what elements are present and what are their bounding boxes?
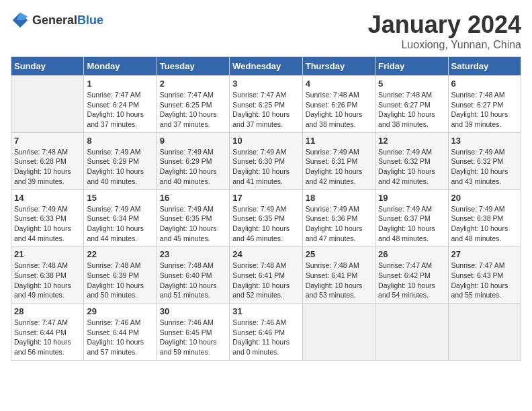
day-info: Sunrise: 7:49 AMSunset: 6:38 PMDaylight:… (451, 204, 518, 244)
day-number: 26 (378, 249, 445, 259)
day-number: 6 (451, 79, 518, 89)
day-info: Sunrise: 7:48 AMSunset: 6:26 PMDaylight:… (306, 90, 372, 130)
calendar-cell: 23Sunrise: 7:48 AMSunset: 6:40 PMDayligh… (157, 246, 229, 304)
calendar-cell (375, 304, 448, 361)
calendar-cell: 11Sunrise: 7:49 AMSunset: 6:31 PMDayligh… (302, 132, 375, 189)
calendar-cell: 24Sunrise: 7:48 AMSunset: 6:41 PMDayligh… (230, 246, 302, 304)
day-info: Sunrise: 7:47 AMSunset: 6:44 PMDaylight:… (14, 318, 81, 357)
calendar-cell: 30Sunrise: 7:46 AMSunset: 6:45 PMDayligh… (157, 304, 229, 361)
day-number: 28 (14, 306, 81, 316)
header-day-tuesday: Tuesday (157, 57, 229, 76)
calendar-cell: 13Sunrise: 7:49 AMSunset: 6:32 PMDayligh… (448, 132, 521, 189)
location-subtitle: Luoxiong, Yunnan, China (368, 39, 521, 51)
day-number: 14 (14, 193, 81, 203)
logo-general: General (32, 13, 77, 27)
logo-icon (11, 11, 30, 30)
day-info: Sunrise: 7:47 AMSunset: 6:24 PMDaylight:… (87, 90, 153, 130)
calendar-cell: 20Sunrise: 7:49 AMSunset: 6:38 PMDayligh… (448, 189, 521, 246)
day-info: Sunrise: 7:47 AMSunset: 6:25 PMDaylight:… (232, 90, 299, 130)
day-number: 1 (87, 79, 153, 89)
calendar-cell: 2Sunrise: 7:47 AMSunset: 6:25 PMDaylight… (157, 76, 229, 133)
day-info: Sunrise: 7:47 AMSunset: 6:43 PMDaylight:… (451, 261, 518, 300)
calendar-table: SundayMondayTuesdayWednesdayThursdayFrid… (11, 56, 521, 361)
title-area: January 2024 Luoxiong, Yunnan, China (368, 11, 521, 51)
calendar-cell (302, 304, 375, 361)
day-info: Sunrise: 7:49 AMSunset: 6:29 PMDaylight:… (160, 147, 226, 187)
day-info: Sunrise: 7:47 AMSunset: 6:42 PMDaylight:… (378, 261, 445, 300)
header-day-monday: Monday (84, 57, 157, 76)
calendar-cell: 15Sunrise: 7:49 AMSunset: 6:34 PMDayligh… (84, 189, 157, 246)
day-info: Sunrise: 7:49 AMSunset: 6:35 PMDaylight:… (232, 204, 299, 244)
day-number: 24 (232, 249, 299, 259)
day-info: Sunrise: 7:48 AMSunset: 6:41 PMDaylight:… (232, 261, 299, 300)
day-number: 16 (160, 193, 226, 203)
calendar-cell: 18Sunrise: 7:49 AMSunset: 6:36 PMDayligh… (302, 189, 375, 246)
day-info: Sunrise: 7:49 AMSunset: 6:34 PMDaylight:… (87, 204, 153, 244)
logo: GeneralBlue (11, 11, 103, 30)
header-day-friday: Friday (375, 57, 448, 76)
calendar-cell: 28Sunrise: 7:47 AMSunset: 6:44 PMDayligh… (11, 304, 84, 361)
calendar-cell: 10Sunrise: 7:49 AMSunset: 6:30 PMDayligh… (230, 132, 302, 189)
calendar-week-row: 21Sunrise: 7:48 AMSunset: 6:38 PMDayligh… (11, 246, 521, 304)
day-number: 15 (87, 193, 153, 203)
day-number: 18 (306, 193, 372, 203)
calendar-cell: 16Sunrise: 7:49 AMSunset: 6:35 PMDayligh… (157, 189, 229, 246)
day-number: 4 (306, 79, 372, 89)
day-number: 20 (451, 193, 518, 203)
calendar-cell: 5Sunrise: 7:48 AMSunset: 6:27 PMDaylight… (375, 76, 448, 133)
calendar-cell: 4Sunrise: 7:48 AMSunset: 6:26 PMDaylight… (302, 76, 375, 133)
calendar-cell: 22Sunrise: 7:48 AMSunset: 6:39 PMDayligh… (84, 246, 157, 304)
day-info: Sunrise: 7:49 AMSunset: 6:37 PMDaylight:… (378, 204, 445, 244)
calendar-cell: 12Sunrise: 7:49 AMSunset: 6:32 PMDayligh… (375, 132, 448, 189)
calendar-cell: 3Sunrise: 7:47 AMSunset: 6:25 PMDaylight… (230, 76, 302, 133)
day-number: 23 (160, 249, 226, 259)
day-number: 21 (14, 249, 81, 259)
day-number: 3 (232, 79, 299, 89)
day-info: Sunrise: 7:48 AMSunset: 6:40 PMDaylight:… (160, 261, 226, 300)
day-number: 25 (306, 249, 372, 259)
calendar-cell (11, 76, 84, 133)
day-number: 19 (378, 193, 445, 203)
calendar-cell: 27Sunrise: 7:47 AMSunset: 6:43 PMDayligh… (448, 246, 521, 304)
day-info: Sunrise: 7:47 AMSunset: 6:25 PMDaylight:… (160, 90, 226, 130)
calendar-cell: 21Sunrise: 7:48 AMSunset: 6:38 PMDayligh… (11, 246, 84, 304)
day-number: 17 (232, 193, 299, 203)
month-year-title: January 2024 (368, 11, 521, 39)
day-info: Sunrise: 7:48 AMSunset: 6:27 PMDaylight:… (378, 90, 445, 130)
header-day-sunday: Sunday (11, 57, 84, 76)
day-number: 7 (14, 136, 81, 146)
day-number: 12 (378, 136, 445, 146)
day-number: 30 (160, 306, 226, 316)
calendar-week-row: 28Sunrise: 7:47 AMSunset: 6:44 PMDayligh… (11, 304, 521, 361)
calendar-cell: 29Sunrise: 7:46 AMSunset: 6:44 PMDayligh… (84, 304, 157, 361)
calendar-cell: 8Sunrise: 7:49 AMSunset: 6:29 PMDaylight… (84, 132, 157, 189)
day-info: Sunrise: 7:46 AMSunset: 6:46 PMDaylight:… (232, 318, 299, 357)
day-number: 2 (160, 79, 226, 89)
calendar-cell: 6Sunrise: 7:48 AMSunset: 6:27 PMDaylight… (448, 76, 521, 133)
header-day-saturday: Saturday (448, 57, 521, 76)
calendar-week-row: 14Sunrise: 7:49 AMSunset: 6:33 PMDayligh… (11, 189, 521, 246)
day-number: 5 (378, 79, 445, 89)
day-info: Sunrise: 7:48 AMSunset: 6:39 PMDaylight:… (87, 261, 153, 300)
day-info: Sunrise: 7:46 AMSunset: 6:44 PMDaylight:… (87, 318, 153, 357)
day-info: Sunrise: 7:49 AMSunset: 6:32 PMDaylight:… (378, 147, 445, 187)
day-info: Sunrise: 7:49 AMSunset: 6:33 PMDaylight:… (14, 204, 81, 244)
calendar-cell: 1Sunrise: 7:47 AMSunset: 6:24 PMDaylight… (84, 76, 157, 133)
day-info: Sunrise: 7:49 AMSunset: 6:29 PMDaylight:… (87, 147, 153, 187)
day-number: 9 (160, 136, 226, 146)
day-number: 22 (87, 249, 153, 259)
day-number: 10 (232, 136, 299, 146)
header: GeneralBlue January 2024 Luoxiong, Yunna… (11, 11, 521, 51)
day-number: 27 (451, 249, 518, 259)
day-info: Sunrise: 7:48 AMSunset: 6:28 PMDaylight:… (14, 147, 81, 187)
calendar-cell: 17Sunrise: 7:49 AMSunset: 6:35 PMDayligh… (230, 189, 302, 246)
day-info: Sunrise: 7:49 AMSunset: 6:32 PMDaylight:… (451, 147, 518, 187)
day-number: 8 (87, 136, 153, 146)
calendar-cell: 19Sunrise: 7:49 AMSunset: 6:37 PMDayligh… (375, 189, 448, 246)
calendar-cell: 26Sunrise: 7:47 AMSunset: 6:42 PMDayligh… (375, 246, 448, 304)
day-info: Sunrise: 7:48 AMSunset: 6:27 PMDaylight:… (451, 90, 518, 130)
calendar-cell: 7Sunrise: 7:48 AMSunset: 6:28 PMDaylight… (11, 132, 84, 189)
logo-blue: Blue (77, 13, 103, 27)
day-info: Sunrise: 7:49 AMSunset: 6:36 PMDaylight:… (306, 204, 372, 244)
header-day-wednesday: Wednesday (230, 57, 302, 76)
